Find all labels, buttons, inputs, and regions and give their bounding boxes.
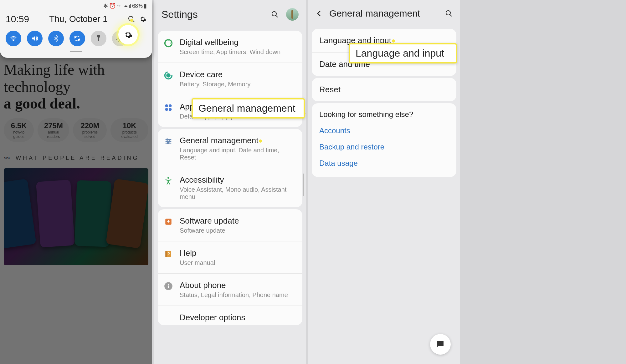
row-title: General management	[180, 136, 297, 145]
apps-icon	[163, 103, 173, 113]
svg-point-11	[169, 108, 172, 111]
svg-text:?: ?	[167, 251, 170, 256]
profile-avatar[interactable]	[286, 8, 299, 21]
wellbeing-icon	[163, 38, 173, 48]
scroll-indicator[interactable]	[303, 174, 304, 196]
page-background	[460, 0, 626, 364]
svg-point-9	[169, 104, 172, 107]
svg-point-7	[167, 74, 170, 77]
connector-dot	[392, 39, 395, 43]
connector-dot	[259, 139, 262, 143]
row-title: Software update	[180, 216, 239, 226]
svg-line-4	[276, 15, 278, 17]
callout-language-input: Language and input	[349, 43, 457, 63]
gm-row-reset[interactable]: Reset	[312, 78, 456, 101]
row-subtitle: Battery, Storage, Memory	[180, 81, 250, 88]
callout-general-management: General management	[192, 98, 305, 119]
search-icon[interactable]	[271, 11, 279, 18]
sound-toggle[interactable]	[27, 31, 43, 46]
settings-group: General managementLanguage and input, Da…	[158, 129, 302, 207]
general-icon	[163, 136, 173, 146]
rotate-toggle[interactable]	[69, 31, 85, 46]
chat-button[interactable]	[430, 334, 451, 355]
settings-screen: Settings Digital wellbeingScreen time, A…	[154, 0, 306, 364]
settings-row-about-phone[interactable]: About phoneStatus, Legal information, Ph…	[158, 273, 302, 306]
row-title: Developer options	[180, 313, 245, 322]
shade-handle[interactable]	[70, 51, 82, 52]
row-title: Digital wellbeing	[180, 38, 280, 47]
row-title: Device care	[180, 70, 250, 79]
row-subtitle: User manual	[180, 259, 215, 266]
svg-point-26	[446, 11, 450, 15]
link-backup-restore[interactable]: Backup and restore	[319, 143, 384, 151]
about-icon	[163, 281, 173, 291]
wifi-toggle[interactable]	[6, 31, 21, 46]
settings-row-digital-wellbeing[interactable]: Digital wellbeingScreen time, App timers…	[158, 31, 302, 63]
settings-row-software-update[interactable]: Software updateSoftware update	[158, 209, 302, 241]
update-icon	[163, 217, 173, 227]
settings-row-accessibility[interactable]: AccessibilityVoice Assistant, Mono audio…	[158, 168, 302, 207]
row-title: About phone	[180, 281, 288, 290]
connector-dot	[130, 19, 133, 22]
status-bar-icons: ✻ ⏰ ᯤ ⏶ıl 68% ▮	[103, 3, 146, 9]
general-management-screen: General management Language and input Da…	[308, 0, 460, 364]
gm-title: General management	[329, 8, 439, 19]
bluetooth-toggle[interactable]	[48, 31, 64, 46]
looking-head: Looking for something else?	[312, 103, 456, 123]
settings-row-developer-options[interactable]: Developer options	[158, 306, 302, 325]
settings-icon[interactable]	[139, 15, 146, 23]
link-data-usage[interactable]: Data usage	[319, 159, 358, 167]
gm-group: Reset	[312, 78, 456, 101]
row-subtitle: Software update	[180, 227, 239, 234]
settings-header: Settings	[154, 0, 306, 29]
clock-time: 10:59	[6, 14, 29, 24]
svg-point-16	[169, 141, 170, 142]
svg-rect-21	[165, 251, 167, 257]
help-icon: ?	[163, 249, 173, 259]
svg-rect-25	[168, 286, 169, 288]
quick-settings-panel: Making life with technology a good deal.…	[0, 0, 152, 364]
row-title: Help	[180, 248, 215, 258]
settings-row-help[interactable]: ? HelpUser manual	[158, 241, 302, 273]
settings-row-general-management[interactable]: General managementLanguage and input, Da…	[158, 129, 302, 168]
row-subtitle: Status, Legal information, Phone name	[180, 291, 288, 299]
svg-line-27	[450, 14, 452, 16]
svg-point-17	[167, 143, 169, 144]
row-title: Accessibility	[180, 175, 297, 185]
svg-point-24	[168, 284, 169, 285]
svg-point-2	[13, 40, 14, 41]
devicecare-icon	[163, 70, 173, 80]
settings-highlight[interactable]	[118, 25, 138, 44]
settings-title: Settings	[162, 9, 198, 20]
accessibility-icon	[163, 176, 173, 186]
flashlight-toggle[interactable]	[91, 31, 106, 46]
back-icon[interactable]	[316, 10, 323, 17]
svg-point-8	[165, 104, 168, 107]
row-title: Reset	[319, 85, 341, 94]
search-icon[interactable]	[445, 10, 453, 17]
settings-group: Software updateSoftware update ? HelpUse…	[158, 209, 302, 325]
row-subtitle: Language and input, Date and time, Reset	[180, 147, 297, 161]
settings-row-device-care[interactable]: Device careBattery, Storage, Memory	[158, 63, 302, 95]
gm-header: General management	[308, 0, 460, 27]
link-accounts[interactable]: Accounts	[319, 126, 350, 135]
row-subtitle: Voice Assistant, Mono audio, Assistant m…	[180, 186, 297, 200]
gm-group-links: Looking for something else? Accounts Bac…	[312, 103, 456, 177]
svg-point-3	[272, 12, 276, 16]
row-subtitle: Screen time, App timers, Wind down	[180, 48, 280, 56]
svg-point-18	[167, 177, 169, 179]
svg-point-10	[165, 108, 168, 111]
status-bar: ✻ ⏰ ᯤ ⏶ıl 68% ▮	[6, 3, 146, 9]
clock-date: Thu, October 1	[49, 14, 108, 24]
svg-point-15	[167, 139, 168, 140]
developer-icon	[163, 313, 173, 323]
